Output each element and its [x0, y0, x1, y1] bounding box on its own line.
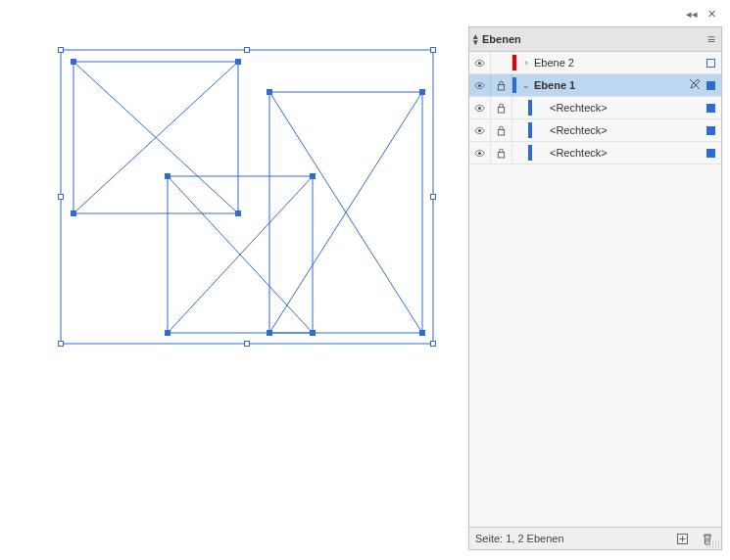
svg-rect-32 — [498, 84, 504, 89]
svg-rect-2 — [431, 48, 436, 53]
svg-rect-19 — [268, 90, 272, 95]
panel-topbar: ◂◂ ✕ — [468, 5, 722, 23]
canvas[interactable] — [0, 0, 451, 392]
svg-rect-39 — [498, 152, 504, 157]
svg-rect-35 — [498, 107, 504, 112]
svg-rect-22 — [420, 331, 425, 336]
footer-status: Seite: 1, 2 Ebenen — [475, 533, 664, 544]
selection-marker[interactable] — [706, 59, 715, 68]
chevron-down-icon[interactable]: ⌄ — [520, 80, 532, 90]
visibility-toggle[interactable] — [469, 142, 491, 163]
visibility-toggle[interactable] — [469, 119, 491, 141]
layer-name[interactable]: Ebene 2 — [532, 57, 706, 69]
edit-disabled-icon — [689, 78, 701, 92]
visibility-toggle[interactable] — [469, 97, 491, 118]
svg-rect-7 — [59, 195, 64, 200]
panel-title: Ebenen — [482, 33, 521, 45]
resize-grip[interactable] — [706, 540, 720, 548]
layer-child-row[interactable]: <Rechteck> — [469, 97, 721, 119]
svg-rect-12 — [72, 60, 76, 65]
panel-menu-icon[interactable]: ≡ — [707, 32, 715, 46]
svg-point-38 — [478, 151, 481, 154]
lock-toggle[interactable] — [491, 74, 512, 96]
layer-name[interactable]: <Rechteck> — [548, 124, 706, 136]
selection-marker[interactable] — [706, 149, 715, 158]
lock-toggle[interactable] — [491, 97, 512, 118]
layer-name[interactable]: Ebene 1 — [532, 79, 689, 91]
lock-toggle[interactable] — [491, 142, 512, 163]
svg-rect-13 — [236, 60, 241, 65]
svg-rect-37 — [498, 129, 504, 134]
svg-rect-28 — [166, 331, 170, 336]
visibility-toggle[interactable] — [469, 52, 491, 73]
visibility-toggle[interactable] — [469, 74, 491, 96]
close-icon[interactable]: ✕ — [707, 9, 716, 20]
svg-rect-4 — [431, 342, 436, 347]
layer-child-row[interactable]: <Rechteck> — [469, 119, 721, 142]
lock-toggle[interactable] — [491, 52, 512, 73]
layer-color-swatch — [512, 77, 516, 93]
selection-marker[interactable] — [706, 104, 715, 113]
selection-marker[interactable] — [706, 126, 715, 135]
collapse-icon[interactable]: ◂◂ — [686, 9, 698, 20]
layer-list: ›Ebene 2⌄Ebene 1<Rechteck><Rechteck><Rec… — [469, 52, 721, 527]
svg-rect-14 — [72, 211, 76, 216]
svg-point-36 — [478, 128, 481, 131]
layer-color-swatch — [528, 100, 532, 116]
panel-footer: Seite: 1, 2 Ebenen — [469, 527, 721, 549]
layer-row[interactable]: ⌄Ebene 1 — [469, 74, 721, 97]
layer-color-swatch — [528, 145, 532, 161]
svg-rect-15 — [236, 211, 241, 216]
svg-rect-1 — [59, 48, 64, 53]
panel-tab[interactable]: ▴▾ Ebenen — [475, 33, 521, 45]
layers-panel: ▴▾ Ebenen ≡ ›Ebene 2⌄Ebene 1<Rechteck><R… — [468, 26, 722, 550]
svg-rect-0 — [61, 50, 433, 344]
svg-rect-3 — [59, 342, 64, 347]
svg-rect-29 — [311, 331, 316, 336]
new-layer-button[interactable] — [674, 531, 690, 546]
svg-rect-5 — [245, 48, 250, 53]
chevron-right-icon[interactable]: › — [520, 58, 532, 68]
svg-point-34 — [478, 106, 481, 109]
lock-toggle[interactable] — [491, 119, 512, 141]
svg-rect-27 — [311, 174, 316, 179]
svg-rect-26 — [166, 174, 170, 179]
selection-marker[interactable] — [706, 81, 715, 90]
updown-icon: ▴▾ — [473, 33, 478, 45]
layer-color-swatch — [512, 55, 516, 70]
layer-color-swatch — [528, 122, 532, 138]
layer-row[interactable]: ›Ebene 2 — [469, 52, 721, 74]
layer-name[interactable]: <Rechteck> — [548, 147, 706, 159]
layer-name[interactable]: <Rechteck> — [548, 102, 706, 114]
svg-rect-20 — [420, 90, 425, 95]
svg-point-31 — [478, 83, 481, 86]
panel-header: ▴▾ Ebenen ≡ — [469, 27, 721, 52]
layer-child-row[interactable]: <Rechteck> — [469, 142, 721, 164]
svg-point-30 — [478, 61, 481, 64]
svg-rect-8 — [431, 195, 436, 200]
svg-rect-6 — [245, 342, 250, 347]
